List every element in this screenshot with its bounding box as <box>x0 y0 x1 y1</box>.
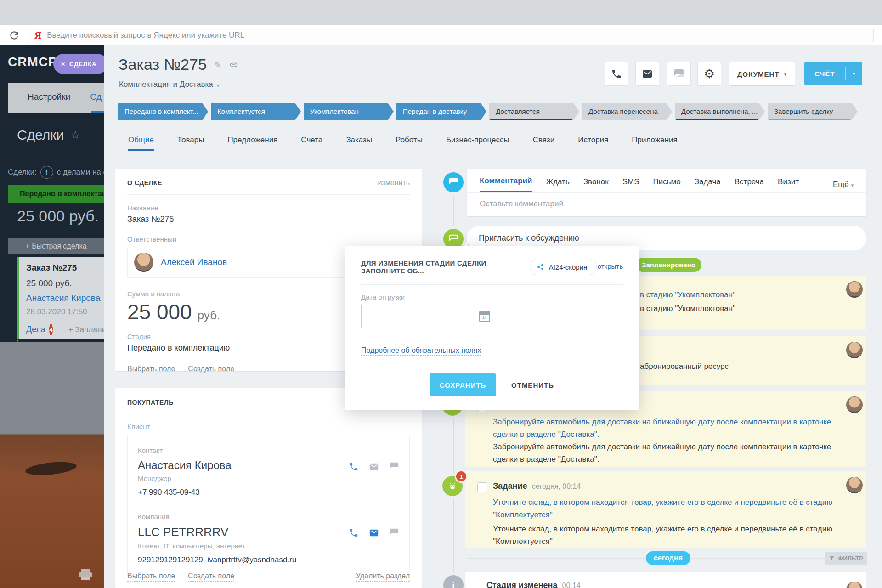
stage-link[interactable]: в стадию "Укомплектован" <box>640 290 735 300</box>
settings-button[interactable]: ⚙ <box>697 62 721 86</box>
deal-browser-tab[interactable]: × СДЕЛКА <box>53 54 104 74</box>
chat-icon[interactable] <box>389 462 399 472</box>
company-name-link[interactable]: LLC PETRRRRV <box>138 525 228 539</box>
tab-sms[interactable]: SMS <box>622 177 639 192</box>
deal-card-date: 28.03.2020 17:50 <box>26 307 104 317</box>
timeline-task-card[interactable]: Задание сегодня, 00:14 Уточните склад, в… <box>465 471 866 548</box>
chat-icon[interactable] <box>389 528 399 538</box>
tab-istoriya[interactable]: История <box>578 136 608 151</box>
tab-zakazy[interactable]: Заказы <box>346 136 372 151</box>
chevron-down-icon: ▾ <box>217 82 220 89</box>
tab-roboty[interactable]: Роботы <box>396 136 423 151</box>
delete-section-link[interactable]: Удалить раздел <box>356 572 410 582</box>
chat-button[interactable] <box>667 62 691 86</box>
comment-input[interactable]: Оставьте комментарий <box>467 193 866 215</box>
kanban-column-sum: 25 000 руб. <box>17 207 104 225</box>
printer-icon[interactable] <box>79 569 92 580</box>
tab-prilozheniya[interactable]: Приложения <box>632 136 677 151</box>
tab-obschie[interactable]: Общие <box>128 136 154 151</box>
tab-zadacha[interactable]: Задача <box>695 177 721 192</box>
timeline-stage-changed[interactable]: Стадия изменена 00:14 <box>465 572 866 588</box>
avatar <box>846 396 863 413</box>
tab-settings[interactable]: Настройки <box>28 92 70 102</box>
divider <box>127 414 410 414</box>
tab-predlozheniya[interactable]: Предложения <box>227 136 277 151</box>
tab-svyazi[interactable]: Связи <box>533 136 555 151</box>
reload-icon[interactable] <box>8 29 20 41</box>
tab-vstrecha[interactable]: Встреча <box>735 177 764 192</box>
stage-ukomplektovan[interactable]: Укомплектован <box>304 103 394 120</box>
envelope-icon[interactable] <box>369 462 379 472</box>
select-field-link[interactable]: Выбрать поле <box>127 572 175 582</box>
filter-button[interactable]: ФИЛЬТР <box>825 552 867 565</box>
chevron-down-icon[interactable]: ▾ <box>846 62 862 85</box>
avatar <box>846 582 863 588</box>
tab-pismo[interactable]: Письмо <box>653 177 681 192</box>
deal-card-contact-link[interactable]: Анастасия Кирова <box>26 293 104 303</box>
plan-activity-link[interactable]: + Запланиро <box>68 325 104 334</box>
stage-peredano-v-komplekt[interactable]: Передано в комплект... <box>118 103 208 120</box>
resource-text: абронированный ресурс <box>640 362 729 371</box>
tab-biznes-processy[interactable]: Бизнес-процессы <box>446 136 509 151</box>
tab-kommentariy[interactable]: Комментарий <box>480 176 532 192</box>
event-title: Стадия изменена <box>486 581 557 588</box>
phone-icon[interactable] <box>349 528 359 538</box>
chat-icon <box>673 68 684 79</box>
tab-zvonok[interactable]: Звонок <box>583 177 609 192</box>
copy-link-icon[interactable] <box>229 60 238 69</box>
avatar <box>846 281 863 298</box>
ai-scoring-badge[interactable]: AI24-скоринг <box>530 259 597 275</box>
favorite-star-icon[interactable]: ☆ <box>70 129 80 141</box>
deal-sum-currency: руб. <box>198 308 220 322</box>
stage-komplektuetsya[interactable]: Комплектуется <box>211 103 301 120</box>
open-scoring-link[interactable]: открыть <box>598 262 623 271</box>
shipping-date-input[interactable]: 24 <box>361 305 496 328</box>
task-checkbox[interactable] <box>477 482 487 492</box>
address-bar[interactable]: Я Введите поисковый запрос в Яндекс или … <box>28 28 874 43</box>
contact-name-link[interactable]: Анастасия Кирова <box>138 459 232 472</box>
tab-deals[interactable]: Сд <box>90 92 102 102</box>
deal-kanban-card[interactable]: Заказ №275 25 000 руб. Анастасия Кирова … <box>17 257 104 339</box>
stage-dostavka-perenesena[interactable]: Доставка перенесена <box>582 103 672 120</box>
edit-deal-link[interactable]: изменить <box>378 179 410 187</box>
task-link[interactable]: Забронируйте автомобиль для доставки на … <box>493 416 842 441</box>
panel-title: О СДЕЛКЕ <box>127 179 162 187</box>
deal-card-title[interactable]: Заказ №275 <box>26 263 104 273</box>
more-menu[interactable]: Ещё ▾ <box>833 180 854 189</box>
quick-deal-button[interactable]: + Быстрая сделка <box>8 238 104 254</box>
document-button[interactable]: ДОКУМЕНТ ▾ <box>729 62 795 86</box>
task-title[interactable]: Задание <box>493 481 527 491</box>
save-button[interactable]: СОХРАНИТЬ <box>430 373 496 396</box>
pipeline-selector[interactable]: Комплектация и Доставка ▾ <box>119 80 220 90</box>
stage-peredan-v-dostavku[interactable]: Передан в доставку <box>396 103 486 120</box>
call-button[interactable] <box>605 62 628 86</box>
tab-scheta[interactable]: Счета <box>301 136 322 151</box>
create-field-link[interactable]: Создать поле <box>188 572 234 582</box>
invoice-button[interactable]: СЧЁТ ▾ <box>804 62 862 85</box>
close-icon[interactable]: × <box>61 60 65 68</box>
responsible-link[interactable]: Алексей Иванов <box>161 257 227 267</box>
task-link[interactable]: Уточните склад, в котором находится това… <box>493 496 842 521</box>
tab-tovary[interactable]: Товары <box>177 136 204 151</box>
deal-card-todos-link[interactable]: Дела <box>26 325 45 334</box>
cancel-button[interactable]: ОТМЕНИТЬ <box>511 381 554 389</box>
stage-dostavka-vypolnena[interactable]: Доставка выполнена, ... <box>675 103 765 120</box>
create-field-link[interactable]: Создать поле <box>188 365 234 374</box>
modal-title: ДЛЯ ИЗМЕНЕНИЯ СТАДИИ СДЕЛКИ ЗАПОЛНИТЕ ОБ… <box>361 259 530 275</box>
tab-vizit[interactable]: Визит <box>778 177 799 192</box>
envelope-icon[interactable] <box>369 528 379 538</box>
screen: Я Введите поисковый запрос в Яндекс или … <box>0 0 882 588</box>
required-fields-link[interactable]: Подробнее об обязательных полях <box>361 346 481 356</box>
date-field-label: Дата отгрузки <box>361 293 623 301</box>
calendar-icon[interactable]: 24 <box>479 311 490 322</box>
phone-icon[interactable] <box>349 462 359 472</box>
stage-zavershit-sdelku[interactable]: Завершить сделку <box>768 103 858 120</box>
email-button[interactable] <box>635 62 659 86</box>
deals-section-title: Сделки ☆ <box>17 127 80 143</box>
tab-zhdat[interactable]: Ждать <box>546 177 569 192</box>
select-field-link[interactable]: Выбрать поле <box>127 365 175 374</box>
task-time: сегодня, 00:14 <box>532 482 581 491</box>
kanban-column-header[interactable]: Передано в комплектацию <box>8 185 104 203</box>
stage-dostavlyaetsya[interactable]: Доставляется <box>489 103 579 120</box>
edit-title-icon[interactable]: ✎ <box>214 59 222 70</box>
